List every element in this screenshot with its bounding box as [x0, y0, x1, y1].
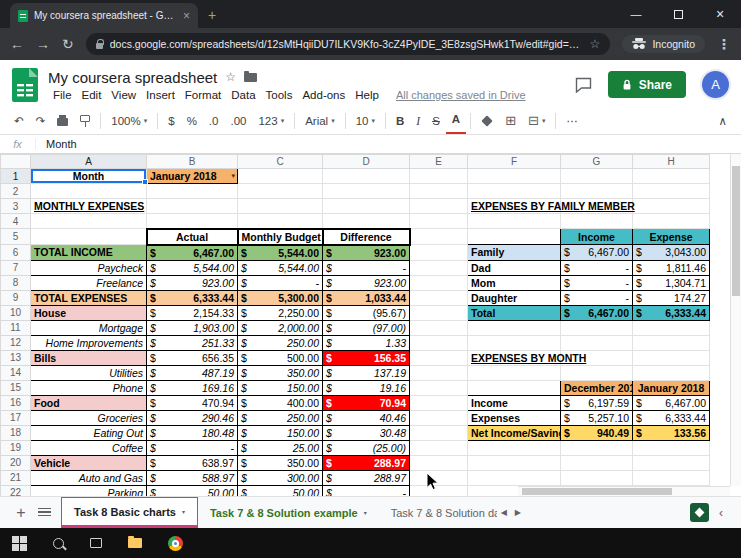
- cell-B11[interactable]: $1,903.00: [147, 320, 238, 335]
- zoom-select[interactable]: 100%▾: [105, 107, 153, 134]
- cell-G17[interactable]: $5,257.10: [561, 410, 633, 425]
- vertical-scrollbar[interactable]: [730, 154, 741, 486]
- back-icon[interactable]: ←: [10, 37, 24, 51]
- row-header-2[interactable]: 2: [1, 184, 31, 199]
- cell-G18[interactable]: $940.49: [561, 425, 633, 440]
- cell-B14[interactable]: $487.19: [147, 365, 238, 380]
- cell-C8[interactable]: $-: [238, 275, 323, 290]
- bookmark-star-icon[interactable]: ☆: [590, 37, 601, 51]
- cell-D17[interactable]: $40.46: [323, 410, 410, 425]
- cell-A16[interactable]: Food: [31, 395, 147, 410]
- cell-G15[interactable]: December 2017: [561, 380, 633, 395]
- tab-scroll-right-icon[interactable]: ▶: [511, 508, 525, 517]
- cell-B20[interactable]: $638.97: [147, 455, 238, 470]
- cell-D22[interactable]: $-: [323, 485, 410, 496]
- menu-tools[interactable]: Tools: [261, 89, 298, 101]
- cell-F15[interactable]: [468, 380, 561, 395]
- cell-C12[interactable]: $250.00: [238, 335, 323, 350]
- cell-F3[interactable]: EXPENSES BY FAMILY MEMBER: [468, 199, 561, 214]
- row-header-19[interactable]: 19: [1, 440, 31, 455]
- cell-E4[interactable]: [410, 214, 468, 229]
- cell-E7[interactable]: [410, 260, 468, 275]
- cell-G10[interactable]: $6,467.00: [561, 305, 633, 320]
- collapse-toolbar-icon[interactable]: ∧: [713, 107, 733, 134]
- cell-C13[interactable]: $500.00: [238, 350, 323, 365]
- strikethrough-button[interactable]: S: [426, 107, 446, 134]
- cell-H5[interactable]: Expense: [633, 229, 710, 245]
- cell-G5[interactable]: Income: [561, 229, 633, 245]
- cell-D6[interactable]: $923.00: [323, 245, 410, 261]
- cell-A22[interactable]: Parking: [31, 485, 147, 496]
- cell-D9[interactable]: $1,033.44: [323, 290, 410, 305]
- tab-close-icon[interactable]: ×: [183, 9, 190, 23]
- cell-F19[interactable]: [468, 440, 561, 455]
- col-header-B[interactable]: B: [147, 155, 238, 169]
- cell-A11[interactable]: Mortgage: [31, 320, 147, 335]
- cell-H17[interactable]: $6,333.44: [633, 410, 710, 425]
- browser-menu-icon[interactable]: ⋮: [717, 36, 731, 52]
- row-header-9[interactable]: 9: [1, 290, 31, 305]
- cell-H6[interactable]: $3,043.00: [633, 245, 710, 261]
- cell-H10[interactable]: $6,333.44: [633, 305, 710, 320]
- cell-G1[interactable]: [561, 169, 633, 184]
- cell-E18[interactable]: [410, 425, 468, 440]
- avatar[interactable]: A: [702, 71, 729, 98]
- cell-A6[interactable]: TOTAL INCOME: [31, 245, 147, 261]
- cell-G11[interactable]: [561, 320, 633, 335]
- cell-F11[interactable]: [468, 320, 561, 335]
- cell-C16[interactable]: $400.00: [238, 395, 323, 410]
- cell-G3[interactable]: [561, 199, 633, 214]
- cell-G7[interactable]: $-: [561, 260, 633, 275]
- chevron-down-icon[interactable]: ▾: [182, 508, 185, 515]
- cell-C18[interactable]: $150.00: [238, 425, 323, 440]
- comment-icon[interactable]: [575, 77, 592, 93]
- new-tab-button[interactable]: +: [208, 7, 216, 23]
- cell-A21[interactable]: Auto and Gas: [31, 470, 147, 485]
- sheet-tab-solution-data[interactable]: Task 7 & 8 Solution da: [379, 497, 497, 528]
- menu-view[interactable]: View: [106, 89, 141, 101]
- cell-D10[interactable]: $(95.67): [323, 305, 410, 320]
- cell-B3[interactable]: [147, 199, 238, 214]
- menu-file[interactable]: File: [48, 89, 77, 101]
- cell-F2[interactable]: [468, 184, 561, 199]
- font-size-select[interactable]: 10▾: [350, 107, 381, 134]
- forward-icon[interactable]: →: [36, 37, 50, 51]
- start-button-icon[interactable]: [12, 536, 27, 551]
- cell-F4[interactable]: [468, 214, 561, 229]
- url-input[interactable]: docs.google.com/spreadsheets/d/12sMtHqii…: [86, 33, 611, 55]
- cell-E20[interactable]: [410, 455, 468, 470]
- cell-H7[interactable]: $1,811.46: [633, 260, 710, 275]
- cell-A7[interactable]: Paycheck: [31, 260, 147, 275]
- cell-B13[interactable]: $656.35: [147, 350, 238, 365]
- cell-D5[interactable]: Difference: [323, 229, 410, 245]
- cell-B7[interactable]: $5,544.00: [147, 260, 238, 275]
- cell-F14[interactable]: [468, 365, 561, 380]
- cell-G16[interactable]: $6,197.59: [561, 395, 633, 410]
- dropdown-arrow-icon[interactable]: ▾: [231, 172, 235, 179]
- task-view-icon[interactable]: [90, 538, 102, 548]
- cell-B12[interactable]: $251.33: [147, 335, 238, 350]
- move-folder-icon[interactable]: [244, 73, 257, 82]
- row-header-16[interactable]: 16: [1, 395, 31, 410]
- formula-input[interactable]: Month: [36, 138, 77, 150]
- document-title[interactable]: My coursera spreadsheet: [48, 69, 217, 86]
- row-header-3[interactable]: 3: [1, 199, 31, 214]
- reload-icon[interactable]: ↻: [62, 37, 74, 51]
- row-header-17[interactable]: 17: [1, 410, 31, 425]
- row-header-18[interactable]: 18: [1, 425, 31, 440]
- cell-F10[interactable]: Total: [468, 305, 561, 320]
- cell-H2[interactable]: [633, 184, 710, 199]
- cell-H4[interactable]: [633, 214, 710, 229]
- cell-C15[interactable]: $150.00: [238, 380, 323, 395]
- share-button[interactable]: Share: [608, 71, 686, 98]
- cell-B21[interactable]: $588.97: [147, 470, 238, 485]
- star-document-icon[interactable]: ☆: [225, 70, 236, 84]
- cell-E21[interactable]: [410, 470, 468, 485]
- cell-C3[interactable]: [238, 199, 323, 214]
- format-percent-button[interactable]: %: [181, 107, 203, 134]
- cell-B17[interactable]: $290.46: [147, 410, 238, 425]
- cell-G13[interactable]: [561, 350, 633, 365]
- cell-C20[interactable]: $350.00: [238, 455, 323, 470]
- cell-G19[interactable]: [561, 440, 633, 455]
- bold-button[interactable]: B: [390, 107, 410, 134]
